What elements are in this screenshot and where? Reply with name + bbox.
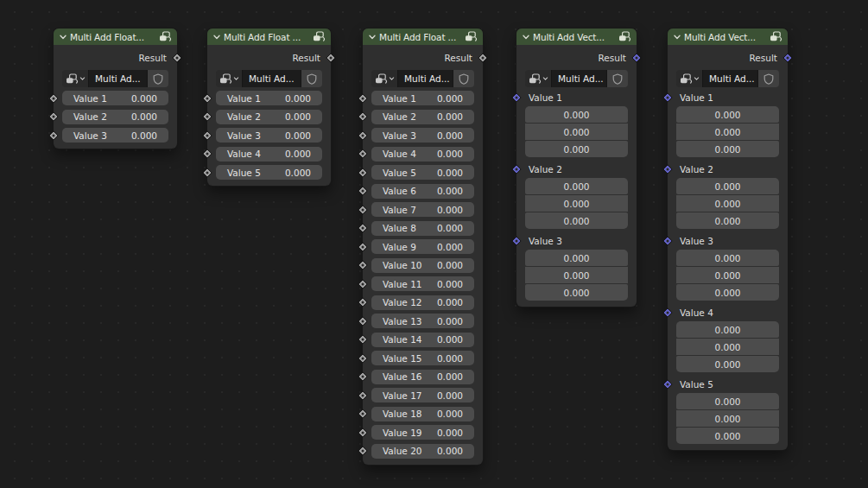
collapse-chevron-icon[interactable] xyxy=(673,33,681,41)
vector-component-field[interactable]: 0.000 xyxy=(676,428,779,444)
collapse-chevron-icon[interactable] xyxy=(212,33,221,41)
node-header[interactable]: Multi Add Vect... xyxy=(516,29,637,45)
output-socket[interactable] xyxy=(478,53,488,63)
input-socket[interactable] xyxy=(358,334,368,345)
collapse-chevron-icon[interactable] xyxy=(59,33,67,41)
vector-component-field[interactable]: 0.000 xyxy=(676,124,779,140)
group-node-float-1[interactable]: Multi Add Float...ResultMulti Ad...Value… xyxy=(54,29,177,149)
input-socket[interactable] xyxy=(202,149,212,159)
node-group-browse-button[interactable] xyxy=(676,70,703,87)
input-socket[interactable] xyxy=(358,260,368,270)
input-socket[interactable] xyxy=(358,111,368,122)
vector-component-field[interactable]: 0.000 xyxy=(525,212,628,229)
value-slider[interactable]: Value 150.000 xyxy=(371,351,474,365)
value-slider[interactable]: Value 40.000 xyxy=(216,147,322,162)
collapse-chevron-icon[interactable] xyxy=(522,33,530,41)
vector-component-field[interactable]: 0.000 xyxy=(676,410,779,427)
input-socket[interactable] xyxy=(358,371,368,382)
input-socket[interactable] xyxy=(48,93,59,104)
node-group-browse-button[interactable] xyxy=(62,70,89,87)
input-socket[interactable] xyxy=(358,130,368,141)
node-group-name-field[interactable]: Multi Ad... xyxy=(243,70,301,87)
input-socket[interactable] xyxy=(48,111,59,122)
value-slider[interactable]: Value 30.000 xyxy=(371,128,474,143)
vector-component-field[interactable]: 0.000 xyxy=(525,250,628,266)
value-slider[interactable]: Value 200.000 xyxy=(371,444,474,459)
group-node-vector-5[interactable]: Multi Add Vect...ResultMulti Ad...Value … xyxy=(668,29,788,450)
node-group-name-field[interactable]: Multi Ad... xyxy=(398,70,453,87)
input-socket[interactable] xyxy=(358,223,368,233)
value-slider[interactable]: Value 80.000 xyxy=(371,221,474,236)
output-socket[interactable] xyxy=(782,53,793,63)
value-slider[interactable]: Value 40.000 xyxy=(371,147,474,162)
value-slider[interactable]: Value 130.000 xyxy=(371,314,474,328)
value-slider[interactable]: Value 20.000 xyxy=(216,110,322,124)
input-socket[interactable] xyxy=(358,149,368,159)
output-socket[interactable] xyxy=(172,53,182,63)
value-slider[interactable]: Value 170.000 xyxy=(371,388,474,402)
vector-component-field[interactable]: 0.000 xyxy=(525,141,628,157)
input-socket[interactable] xyxy=(202,93,212,104)
fake-user-shield-button[interactable] xyxy=(148,70,168,87)
input-socket[interactable] xyxy=(202,111,212,122)
value-slider[interactable]: Value 70.000 xyxy=(371,202,474,217)
node-header[interactable]: Multi Add Float... xyxy=(54,29,177,45)
vector-component-field[interactable]: 0.000 xyxy=(525,106,628,123)
input-socket[interactable] xyxy=(358,279,368,289)
value-slider[interactable]: Value 110.000 xyxy=(371,276,474,291)
value-slider[interactable]: Value 10.000 xyxy=(216,91,322,105)
vector-component-field[interactable]: 0.000 xyxy=(676,212,779,229)
value-slider[interactable]: Value 10.000 xyxy=(62,91,168,105)
vector-component-field[interactable]: 0.000 xyxy=(676,393,779,409)
vector-component-field[interactable]: 0.000 xyxy=(676,178,779,194)
fake-user-shield-button[interactable] xyxy=(453,70,474,87)
output-socket[interactable] xyxy=(631,53,642,63)
input-socket[interactable] xyxy=(662,307,673,318)
group-node-float-3[interactable]: Multi Add Float ...ResultMulti Ad...Valu… xyxy=(363,29,483,465)
input-socket[interactable] xyxy=(358,390,368,401)
vector-component-field[interactable]: 0.000 xyxy=(676,356,779,372)
vector-component-field[interactable]: 0.000 xyxy=(676,195,779,212)
value-slider[interactable]: Value 140.000 xyxy=(371,333,474,347)
vector-component-field[interactable]: 0.000 xyxy=(676,339,779,355)
value-slider[interactable]: Value 60.000 xyxy=(371,184,474,199)
value-slider[interactable]: Value 30.000 xyxy=(216,128,322,143)
vector-component-field[interactable]: 0.000 xyxy=(525,195,628,212)
input-socket[interactable] xyxy=(358,316,368,326)
input-socket[interactable] xyxy=(358,409,368,419)
input-socket[interactable] xyxy=(48,130,59,141)
value-slider[interactable]: Value 10.000 xyxy=(371,91,474,105)
value-slider[interactable]: Value 160.000 xyxy=(371,370,474,384)
node-group-name-field[interactable]: Multi Ad... xyxy=(703,70,758,87)
fake-user-shield-button[interactable] xyxy=(607,70,628,87)
node-group-browse-button[interactable] xyxy=(525,70,552,87)
value-slider[interactable]: Value 90.000 xyxy=(371,239,474,254)
value-slider[interactable]: Value 50.000 xyxy=(371,165,474,180)
vector-component-field[interactable]: 0.000 xyxy=(676,267,779,283)
vector-component-field[interactable]: 0.000 xyxy=(525,124,628,140)
value-slider[interactable]: Value 30.000 xyxy=(62,128,168,143)
input-socket[interactable] xyxy=(358,446,368,456)
vector-component-field[interactable]: 0.000 xyxy=(525,284,628,301)
group-node-vector-4[interactable]: Multi Add Vect...ResultMulti Ad...Value … xyxy=(516,29,637,307)
value-slider[interactable]: Value 180.000 xyxy=(371,407,474,421)
input-socket[interactable] xyxy=(358,186,368,196)
collapse-chevron-icon[interactable] xyxy=(368,33,377,41)
vector-component-field[interactable]: 0.000 xyxy=(676,250,779,266)
input-socket[interactable] xyxy=(511,164,522,174)
input-socket[interactable] xyxy=(202,168,212,178)
vector-component-field[interactable]: 0.000 xyxy=(676,106,779,123)
node-group-name-field[interactable]: Multi Ad... xyxy=(89,70,148,87)
input-socket[interactable] xyxy=(662,379,673,390)
value-slider[interactable]: Value 100.000 xyxy=(371,258,474,273)
node-header[interactable]: Multi Add Float ... xyxy=(207,29,331,45)
fake-user-shield-button[interactable] xyxy=(301,70,322,87)
node-header[interactable]: Multi Add Vect... xyxy=(668,29,788,45)
input-socket[interactable] xyxy=(358,297,368,307)
input-socket[interactable] xyxy=(358,242,368,252)
input-socket[interactable] xyxy=(662,164,673,174)
node-header[interactable]: Multi Add Float ... xyxy=(363,29,483,45)
input-socket[interactable] xyxy=(358,205,368,215)
group-node-float-2[interactable]: Multi Add Float ...ResultMulti Ad...Valu… xyxy=(207,29,331,186)
value-slider[interactable]: Value 50.000 xyxy=(216,165,322,180)
